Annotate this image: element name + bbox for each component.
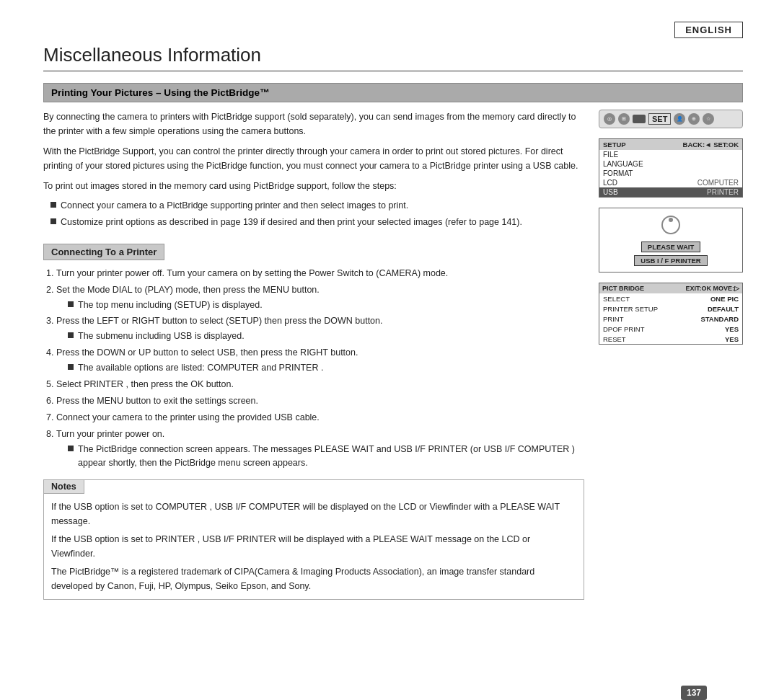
pb-label-dpof: DPOF PRINT (603, 325, 645, 333)
pb-title-left: PICT BRIDGE (602, 285, 644, 292)
menu-label-language: LANGUAGE (603, 160, 643, 168)
pb-val-dpof: YES (725, 325, 739, 333)
setup-menu-box: SETUP BACK:◄ SET:OK FILE LANGUAGE FORMAT… (599, 138, 743, 198)
step-4: Press the DOWN or UP button to select US… (56, 345, 584, 375)
note-2: If the USB option is set to PRINTER , US… (51, 532, 576, 561)
pb-row-printer-setup: PRINTER SETUP DEFAULT (599, 304, 742, 314)
pb-row-dpof: DPOF PRINT YES (599, 324, 742, 334)
pb-title-row: PICT BRIDGE EXIT:OK MOVE:▷ (599, 283, 742, 293)
camera-icons: ◎ ⊞ SET 👤 ⊕ ☆ (604, 113, 714, 125)
menu-label-format: FORMAT (603, 169, 633, 177)
cam-icon-5: ☆ (703, 113, 714, 125)
notes-content: If the USB option is set to COMPUTER , U… (44, 494, 584, 599)
pb-val-print: STANDARD (700, 315, 739, 323)
bullet-icon (50, 202, 56, 208)
step-2-sub: The top menu including (SETUP) is displa… (68, 298, 584, 312)
pb-val-reset: YES (725, 335, 739, 343)
step-7: Connect your camera to the printer using… (56, 410, 584, 425)
cam-icon-rect (633, 115, 646, 123)
pb-row-select: SELECT ONE PIC (599, 293, 742, 304)
menu-label-lcd: LCD (603, 179, 617, 187)
bullet-icon (50, 218, 56, 224)
menu-label-usb: USB (603, 188, 618, 196)
pb-label-print: PRINT (603, 315, 624, 323)
language-badge: ENGLISH (674, 22, 743, 38)
intro-para-2: With the PictBridge Support, you can con… (43, 144, 584, 173)
menu-row-lcd: LCD COMPUTER (599, 178, 742, 187)
sub-bullet-icon (68, 301, 74, 307)
please-wait-icon (660, 214, 682, 236)
menu-row-file: FILE (599, 150, 742, 159)
intro-para-3: To print out images stored in the memory… (43, 179, 584, 193)
menu-title-row: SETUP BACK:◄ SET:OK (599, 139, 742, 150)
camera-top-ui: ◎ ⊞ SET 👤 ⊕ ☆ (599, 110, 743, 128)
notes-header: Notes (43, 479, 84, 494)
step-2: Set the Mode DIAL to (PLAY) mode, then p… (56, 283, 584, 312)
camera-top-bar: ◎ ⊞ SET 👤 ⊕ ☆ (599, 110, 743, 128)
page-number: 137 (681, 686, 707, 700)
pb-label-select: SELECT (603, 295, 630, 303)
please-wait-box: PLEASE WAIT USB I / F PRINTER (599, 208, 743, 273)
pictbridge-menu-box: PICT BRIDGE EXIT:OK MOVE:▷ SELECT ONE PI… (599, 283, 743, 345)
intro-para-1: By connecting the camera to printers wit… (43, 110, 584, 138)
pb-title-right: EXIT:OK MOVE:▷ (685, 285, 739, 292)
svg-point-1 (669, 218, 673, 222)
menu-row-usb: USB PRINTER (599, 187, 742, 197)
connecting-section-header: Connecting To a Printer (43, 244, 164, 260)
sub-bullet-icon (68, 446, 74, 451)
sub-bullet-icon (68, 332, 74, 338)
note-1: If the USB option is set to COMPUTER , U… (51, 500, 576, 528)
bullet-list: Connect your camera to a PictBridge supp… (50, 199, 584, 229)
bullet-item: Connect your camera to a PictBridge supp… (50, 199, 584, 213)
menu-title-right: BACK:◄ SET:OK (683, 141, 739, 149)
usb-label: USB I / F PRINTER (634, 255, 707, 266)
menu-val-lcd: COMPUTER (697, 179, 739, 187)
step-8: Turn your printer power on. The PictBrid… (56, 427, 584, 470)
menu-row-format: FORMAT (599, 169, 742, 178)
page-title: Miscellaneous Information (43, 44, 743, 71)
menu-row-language: LANGUAGE (599, 159, 742, 169)
pb-row-print: PRINT STANDARD (599, 314, 742, 324)
note-3: The PictBridge™ is a registered trademar… (51, 564, 576, 593)
pb-row-reset: RESET YES (599, 334, 742, 344)
pb-label-printer-setup: PRINTER SETUP (603, 305, 658, 313)
menu-val-usb: PRINTER (707, 188, 739, 196)
step-3-sub: The submenu including USB is displayed. (68, 329, 584, 343)
notes-box: Notes If the USB option is set to COMPUT… (43, 479, 584, 600)
cam-icon-1: ◎ (604, 113, 615, 125)
section-header: Printing Your Pictures – Using the PictB… (43, 83, 743, 102)
step-3: Press the LEFT or RIGHT button to select… (56, 314, 584, 343)
sidebar-column: ◎ ⊞ SET 👤 ⊕ ☆ SETUP BACK:◄ SET:OK (599, 110, 743, 600)
step-8-sub: The PictBridge connection screen appears… (68, 443, 584, 470)
text-column: By connecting the camera to printers wit… (43, 110, 584, 600)
steps-list: Turn your printer power off. Turn your c… (56, 266, 584, 470)
pb-val-printer-setup: DEFAULT (708, 305, 739, 313)
cam-icon-2: ⊞ (618, 113, 630, 125)
step-6: Press the MENU button to exit the settin… (56, 394, 584, 408)
please-wait-label: PLEASE WAIT (641, 242, 700, 252)
step-5: Select PRINTER , then press the OK butto… (56, 377, 584, 391)
step-4-sub: The available options are listed: COMPUT… (68, 361, 584, 375)
menu-label-file: FILE (603, 151, 618, 159)
pb-val-select: ONE PIC (710, 295, 739, 303)
cam-icon-3: 👤 (674, 113, 685, 125)
pb-label-reset: RESET (603, 335, 626, 343)
menu-title-left: SETUP (603, 141, 626, 149)
cam-icon-4: ⊕ (688, 113, 700, 125)
bullet-item: Customize print options as described in … (50, 216, 584, 229)
sub-bullet-icon (68, 364, 74, 370)
set-label: SET (648, 113, 671, 125)
step-1: Turn your printer power off. Turn your c… (56, 266, 584, 280)
